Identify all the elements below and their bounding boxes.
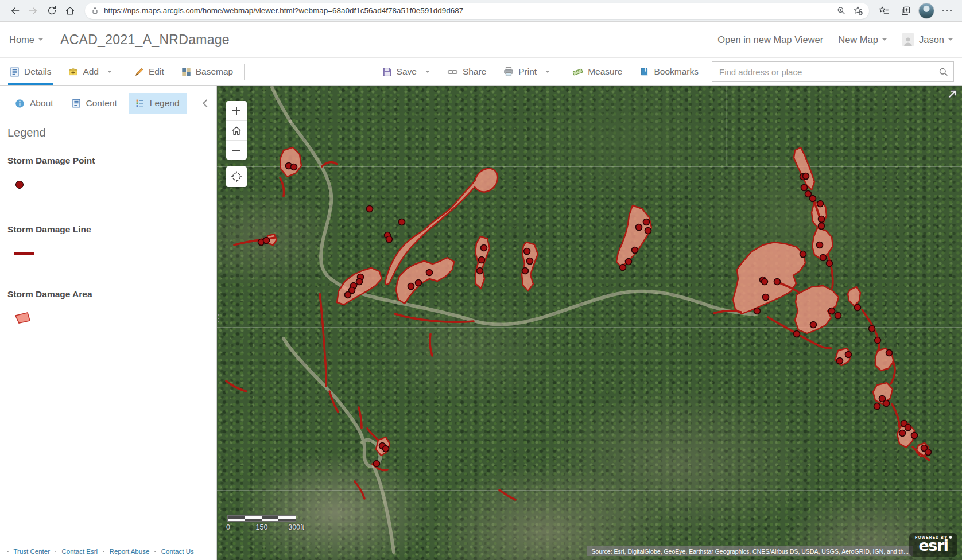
add-favorite-icon[interactable] [852,5,863,16]
measure-button[interactable]: Measure [571,58,624,85]
browser-home-button[interactable] [61,2,79,20]
damage-area-layer[interactable] [267,147,929,457]
app-header: Home ACAD_2021_A_NRDamage Open in new Ma… [0,22,962,57]
main-area: About Content Legend Legend Storm Damage… [0,86,962,560]
measure-label: Measure [588,67,622,77]
save-icon [382,67,392,77]
default-extent-button[interactable] [226,120,247,140]
basemap-button[interactable]: Basemap [180,58,235,85]
legend-title: Legend [7,126,216,139]
tab-content[interactable]: Content [65,93,124,114]
footer-link[interactable]: Trust Center [14,548,50,555]
caret-down-icon [38,38,43,43]
browser-toolbar: https://nps.maps.arcgis.com/home/webmap/… [0,0,962,22]
caret-down-icon [425,71,430,75]
share-label: Share [463,67,486,77]
home-menu[interactable]: Home [9,34,43,45]
zoom-out-button[interactable] [226,140,247,160]
url-text[interactable]: https://nps.maps.arcgis.com/home/webmap/… [104,6,836,15]
map-canvas[interactable]: 0 150 300ft Source: Esri, DigitalGlobe, … [217,86,962,560]
map-viewer-toolbar: Details Add Edit Basemap Save [0,57,962,86]
home-menu-label: Home [9,34,34,45]
caret-down-icon [545,71,550,75]
browser-refresh-button[interactable] [42,2,61,20]
tab-legend[interactable]: Legend [129,93,187,114]
scale-label-start: 0 [226,523,230,531]
caret-down-icon [882,38,887,43]
favorites-bar-button[interactable] [875,2,893,20]
panel-resize-handle[interactable] [218,314,219,322]
collections-button[interactable] [897,2,915,20]
legend-layer-name: Storm Damage Line [7,224,216,235]
page-title: ACAD_2021_A_NRDamage [60,32,230,48]
tab-about[interactable]: About [8,93,60,114]
locate-button[interactable] [226,166,247,187]
legend-layer-name: Storm Damage Area [7,289,216,300]
browser-back-button[interactable] [6,2,24,20]
save-label: Save [397,67,417,77]
details-icon [10,67,20,77]
footer-link[interactable]: Contact Us [161,548,194,555]
forward-icon [28,5,39,17]
add-icon [68,67,78,77]
user-menu[interactable]: Jason [902,33,953,46]
browser-menu-button[interactable] [938,2,956,20]
bookmarks-button[interactable]: Bookmarks [638,58,700,85]
print-button[interactable]: Print [502,58,552,85]
add-label: Add [83,67,99,77]
new-map-label: New Map [838,34,878,45]
address-bar[interactable]: https://nps.maps.arcgis.com/home/webmap/… [85,3,869,19]
refresh-icon [46,5,57,16]
open-in-new-map-viewer-link[interactable]: Open in new Map Viewer [717,34,823,45]
caret-down-icon [107,71,112,75]
details-label: Details [24,67,51,77]
search-input[interactable] [712,67,933,77]
user-name: Jason [919,34,944,45]
basemap-label: Basemap [196,67,233,77]
fullscreen-arrow-icon[interactable] [946,87,959,102]
footer-link[interactable]: Report Abuse [110,548,150,555]
basemap-icon [181,67,191,77]
caret-down-icon [948,38,953,43]
legend-panel: Legend Storm Damage Point Storm Damage L… [0,126,216,324]
details-button[interactable]: Details [8,58,53,85]
esri-logo: POWERED BY esri [909,533,957,557]
content-icon [72,99,81,108]
footer-link[interactable]: Contact Esri [61,548,98,555]
plus-icon [231,106,242,116]
house-icon [231,125,242,137]
map-attribution: Source: Esri, DigitalGlobe, GeoEye, Eart… [587,546,913,556]
header-right: Open in new Map Viewer New Map Jason [717,33,953,46]
bookmarks-icon [639,67,649,77]
zoom-in-button[interactable] [226,101,247,120]
line-symbol [14,252,34,255]
add-button[interactable]: Add [67,58,114,85]
browser-right-icons [875,2,956,20]
lock-icon [91,6,99,15]
esri-dot-icon [949,536,952,539]
collections-icon [900,5,911,17]
edit-button[interactable]: Edit [133,58,166,85]
area-symbol [14,312,32,324]
zoom-page-icon[interactable] [836,5,847,16]
map-overlay [217,86,962,560]
new-map-menu[interactable]: New Map [838,34,887,45]
share-button[interactable]: Share [445,58,488,85]
esri-brand: esri [915,539,952,553]
sidebar-footer: Trust Center Contact Esri Report Abuse C… [7,548,194,555]
save-button[interactable]: Save [381,58,432,85]
edit-label: Edit [149,67,164,77]
bookmarks-label: Bookmarks [654,67,699,77]
details-panel: About Content Legend Legend Storm Damage… [0,86,217,560]
road-lines [272,87,756,552]
scale-label-end: 300ft [288,523,304,531]
search-button[interactable] [933,62,953,81]
graticule-lines [217,86,962,491]
profile-avatar[interactable] [918,3,934,19]
browser-forward-button[interactable] [24,2,42,20]
collapse-panel-button[interactable] [203,99,211,107]
minus-icon [231,145,242,155]
user-avatar-icon [902,33,914,46]
tab-label: About [30,98,53,108]
panel-tabs: About Content Legend [0,86,216,117]
